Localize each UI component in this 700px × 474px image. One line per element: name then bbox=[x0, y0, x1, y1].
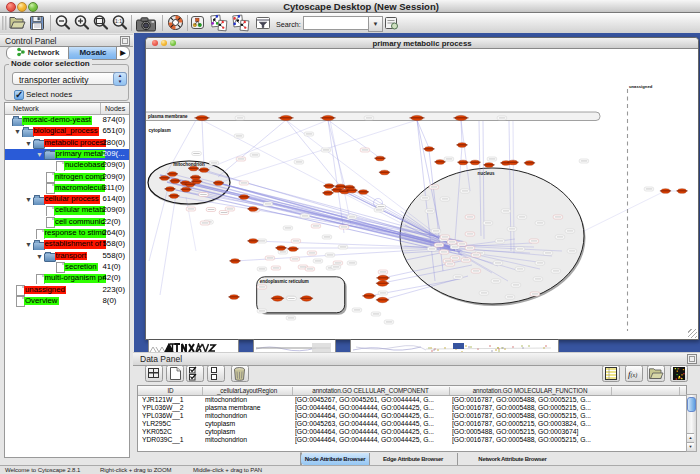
svg-text:unassigned: unassigned bbox=[629, 84, 653, 89]
svg-text:endoplasmic reticulum: endoplasmic reticulum bbox=[260, 279, 309, 284]
svg-text:cytoplasm: cytoplasm bbox=[149, 128, 171, 133]
svg-text:mitochondrion: mitochondrion bbox=[173, 162, 205, 167]
svg-text:1:1: 1:1 bbox=[115, 18, 122, 24]
svg-text:plasma membrane: plasma membrane bbox=[148, 114, 188, 119]
